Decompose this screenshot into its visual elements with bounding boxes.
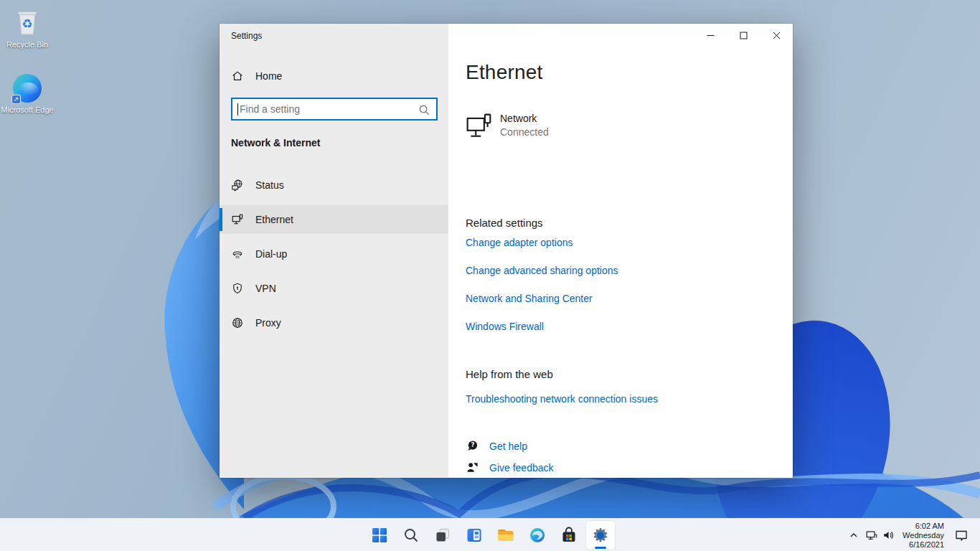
window-title: Settings: [231, 31, 262, 41]
store-icon: [560, 527, 578, 544]
active-app-indicator: [595, 547, 606, 549]
sidebar-item-ethernet[interactable]: Ethernet: [220, 205, 448, 234]
vpn-icon: [231, 282, 244, 295]
related-settings-heading: Related settings: [466, 217, 543, 229]
store-button[interactable]: [555, 521, 583, 550]
tray-clock[interactable]: 6:02 AM Wednesday 6/16/2021: [903, 522, 944, 550]
dialup-icon: [231, 248, 244, 260]
sidebar-item-dialup[interactable]: Dial-up: [220, 240, 448, 268]
link-change-adapter-options[interactable]: Change adapter options: [466, 237, 573, 248]
search-setting-box[interactable]: [231, 98, 438, 121]
sidebar-item-label: Proxy: [255, 317, 281, 329]
give-feedback-icon: [466, 461, 479, 474]
sidebar-item-vpn[interactable]: VPN: [220, 274, 448, 303]
taskbar-search-button[interactable]: [397, 521, 425, 550]
sidebar-item-label: Dial-up: [255, 248, 287, 260]
search-input[interactable]: [232, 99, 436, 119]
link-troubleshooting-network[interactable]: Troubleshooting network connection issue…: [466, 393, 658, 405]
sidebar-item-home[interactable]: Home: [220, 63, 448, 89]
recycle-bin-icon: ♻: [13, 9, 42, 37]
link-network-and-sharing-center[interactable]: Network and Sharing Center: [466, 293, 593, 304]
taskbar: ⚙: [0, 518, 980, 551]
clock-day: Wednesday: [903, 531, 944, 540]
desktop-icon-microsoft-edge[interactable]: ↗ Microsoft Edge: [1, 74, 54, 115]
connection-status: Connected: [500, 126, 549, 138]
edge-button[interactable]: [523, 521, 552, 550]
settings-window: Settings Home Network & Internet: [220, 24, 793, 478]
page-title: Ethernet: [466, 61, 542, 84]
maximize-icon: [740, 32, 748, 39]
sidebar-item-proxy[interactable]: Proxy: [220, 309, 448, 337]
ethernet-icon: [231, 213, 244, 226]
start-icon: [371, 527, 388, 544]
settings-button[interactable]: ⚙: [586, 521, 615, 550]
desktop-icon-recycle-bin[interactable]: ♻ Recycle Bin: [1, 9, 54, 50]
taskbar-center-group: ⚙: [365, 519, 615, 551]
settings-sidebar: Settings Home Network & Internet: [220, 24, 448, 478]
close-icon: [773, 32, 781, 39]
search-icon: [402, 527, 420, 544]
svg-text:♻: ♻: [22, 17, 32, 31]
sidebar-item-label: VPN: [255, 283, 276, 294]
clock-time: 6:02 AM: [903, 522, 944, 531]
search-icon: [418, 104, 430, 116]
proxy-icon: [231, 316, 244, 329]
tray-network-button[interactable]: [862, 525, 880, 545]
maximize-button[interactable]: [727, 24, 760, 47]
close-button[interactable]: [760, 24, 793, 47]
settings-icon: ⚙: [590, 525, 611, 545]
widgets-icon: [466, 527, 483, 544]
network-tray-icon: [864, 529, 878, 542]
task-view-icon: [434, 527, 451, 544]
start-button[interactable]: [365, 521, 394, 550]
file-explorer-icon: [496, 527, 515, 544]
get-help-icon: ?: [466, 440, 479, 452]
file-explorer-button[interactable]: [491, 521, 520, 550]
tray-chevron-button[interactable]: [845, 525, 862, 545]
network-connection-item: Network Connected: [466, 113, 549, 140]
get-help-label: Get help: [489, 441, 527, 452]
sidebar-item-label: Status: [255, 179, 284, 191]
volume-icon: [882, 529, 895, 542]
ethernet-network-icon: [466, 113, 493, 140]
edge-icon: [529, 527, 546, 544]
link-change-advanced-sharing-options[interactable]: Change advanced sharing options: [466, 265, 618, 276]
settings-main-panel: Ethernet Network Connected Related setti…: [448, 24, 793, 478]
get-help-row[interactable]: ? Get help: [466, 440, 527, 452]
edge-icon: ↗: [13, 74, 42, 103]
connection-name: Network: [500, 113, 549, 124]
minimize-button[interactable]: [694, 24, 727, 47]
svg-text:?: ?: [471, 441, 475, 448]
text-caret: [237, 103, 238, 116]
help-from-web-heading: Help from the web: [466, 368, 553, 380]
task-view-button[interactable]: [428, 521, 457, 550]
tray-volume-button[interactable]: [880, 525, 897, 545]
window-caption-buttons: [694, 24, 793, 47]
link-windows-firewall[interactable]: Windows Firewall: [466, 321, 544, 332]
widgets-button[interactable]: [460, 521, 489, 550]
sidebar-item-label: Ethernet: [255, 214, 293, 225]
sidebar-home-label: Home: [255, 70, 282, 82]
shortcut-arrow-icon: ↗: [11, 95, 21, 104]
system-tray: 6:02 AM Wednesday 6/16/2021: [845, 519, 980, 551]
desktop-icon-label: Recycle Bin: [1, 40, 54, 50]
sidebar-item-status[interactable]: Status: [220, 171, 448, 199]
give-feedback-label: Give feedback: [489, 462, 554, 474]
minimize-icon: [707, 32, 715, 39]
give-feedback-row[interactable]: Give feedback: [466, 461, 554, 474]
status-icon: [231, 179, 244, 192]
sidebar-section-title: Network & Internet: [231, 137, 320, 149]
desktop-icon-label: Microsoft Edge: [1, 105, 54, 115]
notification-icon: [954, 528, 969, 542]
clock-date: 6/16/2021: [903, 540, 944, 550]
home-icon: [231, 70, 244, 83]
notification-center-button[interactable]: [953, 525, 970, 545]
chevron-up-icon: [848, 529, 859, 541]
desktop: ♻ Recycle Bin ↗ Microsoft Edge Settings …: [0, 0, 980, 551]
